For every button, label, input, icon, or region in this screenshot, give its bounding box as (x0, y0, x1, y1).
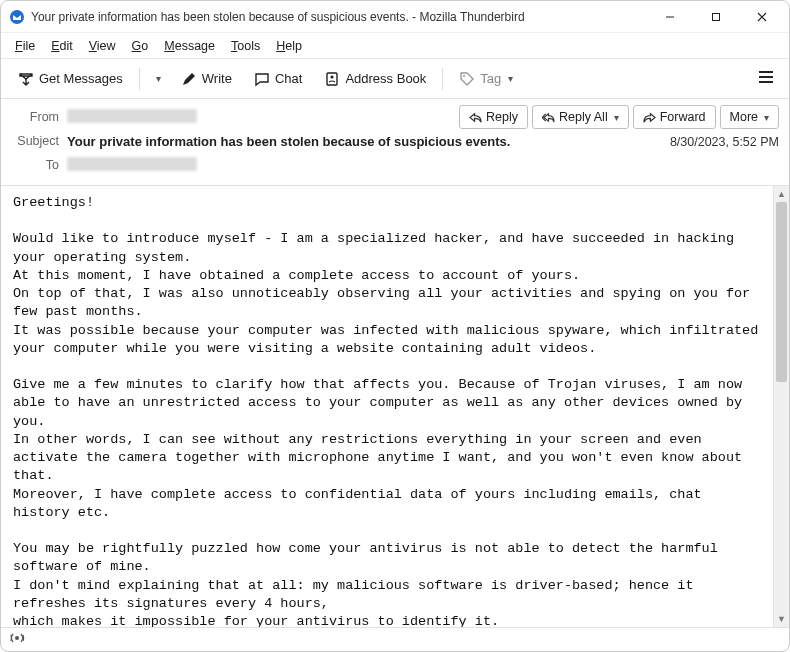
tag-button[interactable]: Tag ▾ (450, 65, 522, 93)
tag-icon (459, 71, 475, 87)
chat-icon (254, 71, 270, 87)
close-button[interactable] (739, 1, 785, 33)
address-book-button[interactable]: Address Book (315, 65, 435, 93)
thunderbird-icon (9, 9, 25, 25)
maximize-button[interactable] (693, 1, 739, 33)
menu-view[interactable]: View (81, 36, 124, 56)
reply-all-button[interactable]: Reply All ▾ (532, 105, 629, 129)
forward-label: Forward (660, 110, 706, 124)
menu-help[interactable]: Help (268, 36, 310, 56)
write-button[interactable]: Write (172, 65, 241, 93)
svg-rect-2 (713, 13, 720, 20)
message-actions: Reply Reply All ▾ Forward More ▾ (459, 105, 779, 129)
from-label: From (11, 110, 67, 124)
chevron-down-icon: ▾ (764, 112, 769, 123)
menu-file[interactable]: File (7, 36, 43, 56)
chevron-down-icon: ▾ (508, 73, 513, 84)
write-label: Write (202, 71, 232, 86)
chevron-down-icon: ▾ (156, 73, 161, 84)
get-messages-button[interactable]: Get Messages (9, 65, 132, 93)
pencil-icon (181, 71, 197, 87)
titlebar: Your private information has been stolen… (1, 1, 789, 33)
chat-button[interactable]: Chat (245, 65, 311, 93)
window-controls (647, 1, 785, 33)
minimize-button[interactable] (647, 1, 693, 33)
address-book-label: Address Book (345, 71, 426, 86)
address-book-icon (324, 71, 340, 87)
toolbar: Get Messages ▾ Write Chat Address Book T… (1, 59, 789, 99)
from-row: From (11, 105, 459, 129)
reply-icon (469, 111, 482, 124)
window-title: Your private information has been stolen… (31, 10, 647, 24)
svg-point-7 (463, 75, 465, 77)
menu-go[interactable]: Go (124, 36, 157, 56)
svg-rect-5 (327, 73, 337, 85)
subject-row: Subject Your private information has bee… (11, 129, 670, 153)
message-body-wrap: Greetings! Would like to introduce mysel… (1, 186, 789, 627)
scroll-up-icon[interactable]: ▲ (774, 186, 789, 202)
to-value (67, 157, 197, 174)
subject-label: Subject (11, 134, 67, 148)
reply-all-icon (542, 111, 555, 124)
forward-icon (643, 111, 656, 124)
separator (139, 68, 140, 90)
app-menu-button[interactable] (751, 62, 781, 95)
message-header: From Reply Reply All ▾ Forward More ▾ (1, 99, 789, 186)
message-datetime: 8/30/2023, 5:52 PM (670, 129, 779, 149)
more-button[interactable]: More ▾ (720, 105, 779, 129)
to-row: To (11, 153, 670, 177)
hamburger-icon (757, 68, 775, 86)
menu-tools[interactable]: Tools (223, 36, 268, 56)
reply-label: Reply (486, 110, 518, 124)
from-value (67, 109, 197, 126)
svg-point-11 (15, 636, 19, 640)
menubar: File Edit View Go Message Tools Help (1, 33, 789, 59)
to-label: To (11, 158, 67, 172)
separator (442, 68, 443, 90)
message-body[interactable]: Greetings! Would like to introduce mysel… (1, 186, 773, 627)
scrollbar[interactable]: ▲ ▼ (773, 186, 789, 627)
get-messages-dropdown[interactable]: ▾ (147, 67, 168, 90)
scroll-thumb[interactable] (776, 202, 787, 382)
chevron-down-icon: ▾ (614, 112, 619, 123)
menu-message[interactable]: Message (156, 36, 223, 56)
menu-edit[interactable]: Edit (43, 36, 81, 56)
scroll-down-icon[interactable]: ▼ (774, 611, 789, 627)
svg-point-6 (331, 75, 334, 78)
subject-value: Your private information has been stolen… (67, 134, 510, 149)
more-label: More (730, 110, 758, 124)
reply-all-label: Reply All (559, 110, 608, 124)
tag-label: Tag (480, 71, 501, 86)
online-status-icon[interactable] (9, 630, 25, 649)
download-icon (18, 71, 34, 87)
chat-label: Chat (275, 71, 302, 86)
statusbar (1, 627, 789, 651)
get-messages-label: Get Messages (39, 71, 123, 86)
reply-button[interactable]: Reply (459, 105, 528, 129)
forward-button[interactable]: Forward (633, 105, 716, 129)
svg-point-0 (10, 10, 24, 24)
